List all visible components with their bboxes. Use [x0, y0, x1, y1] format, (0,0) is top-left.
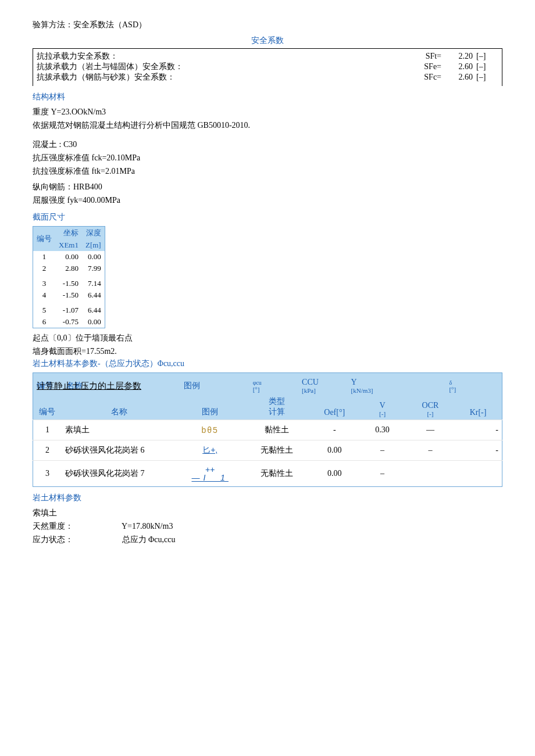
safety-val: 2.60	[444, 73, 473, 82]
soil-params-title: 岩土材料参数	[33, 493, 502, 503]
table-row: 3-1.507.14	[33, 278, 105, 289]
cell: 0.00	[311, 461, 358, 487]
th: 编号	[33, 394, 62, 420]
thu: [-]	[410, 410, 451, 417]
struct-line: 屈服强度 fyk=400.00MPa	[33, 194, 502, 206]
struct-line: 依据规范对钢筋混凝土结构进行分析中国规范 GB50010-2010.	[33, 119, 502, 131]
safety-val: 2.60	[444, 62, 473, 71]
th: 名称	[62, 394, 177, 420]
soil-basic-title: 岩土材料基本参数-（总应力状态）Φcu,ccu	[33, 359, 502, 369]
soil-caption: 计算静止土压力的土层参数	[37, 381, 141, 392]
safety-label: 抗拔承载力（钢筋与砂浆）安全系数：	[37, 72, 411, 83]
cell: 无黏性土	[244, 440, 311, 461]
bar-h: CCU	[302, 378, 351, 387]
struct-line: 混凝土 : C30	[33, 138, 502, 151]
cell: 5	[33, 304, 56, 316]
label: 应力状态：	[33, 533, 120, 546]
th: 类型	[247, 396, 307, 407]
table-row: 22.807.99	[33, 263, 105, 274]
cell: 2	[33, 440, 62, 461]
safety-row: 抗拉承载力安全系数： SFt= 2.20 [–]	[37, 51, 498, 62]
cell: 6	[33, 316, 56, 328]
safety-title: 安全系数	[33, 35, 502, 46]
cell: 黏性土	[244, 420, 311, 440]
safety-label: 抗拉承载力安全系数：	[37, 51, 411, 62]
cell	[406, 461, 454, 487]
safety-val: 2.20	[444, 52, 473, 61]
cell: 7.14	[82, 278, 105, 289]
struct-line: 抗拉强度标准值 ftk=2.01MPa	[33, 165, 502, 177]
cell: -0.75	[55, 316, 82, 328]
cell: –	[358, 461, 406, 487]
th-zunit: Z[m]	[82, 239, 105, 251]
cell: -1.50	[55, 278, 82, 289]
cell: -1.50	[55, 289, 82, 301]
cell: 0.00	[82, 316, 105, 328]
cell: –	[358, 440, 406, 461]
cell: 素填土	[62, 420, 177, 440]
struct-line: 纵向钢筋：HRB400	[33, 181, 502, 193]
cell: 1	[33, 251, 56, 263]
cell: 3	[33, 461, 62, 487]
table-row: 2 砂砾状强风化花岗岩 6 匕+, 无黏性土 0.00 – – -	[33, 440, 502, 461]
safety-sym: SFt=	[411, 52, 444, 61]
cross-note: 起点〔0,0〕位于墙顶最右点	[33, 332, 502, 344]
th-coord: 坐标	[55, 227, 82, 240]
cell: 0.00	[55, 251, 82, 263]
cell	[454, 461, 502, 487]
value: Y=17.80kN/m3	[122, 522, 173, 531]
safety-row: 抗拔承载力（钢筋与砂浆）安全系数： SFc= 2.60 [–]	[37, 72, 498, 83]
soil-basic-bar: 编号 名称 图例 φcu[°] CCU[kPa] Y[kN/m3] δ[°] 计…	[33, 372, 502, 394]
safety-unit: [–]	[473, 62, 498, 71]
soil-pattern-icon: bθ5	[177, 420, 244, 440]
struct-line: 重度 Y=23.OOkN/m3	[33, 106, 502, 118]
bar-h: Y	[351, 378, 400, 387]
cell: 0.30	[358, 420, 406, 440]
thu: [-]	[362, 410, 402, 417]
safety-row: 抗拔承载力（岩土与锚固体）安全系数： SFe= 2.60 [–]	[37, 62, 498, 72]
cell: 无黏性土	[244, 461, 311, 487]
safety-unit: [–]	[473, 73, 498, 82]
cell: 0.00	[311, 440, 358, 461]
th-xunit: XEm1	[55, 239, 82, 251]
value: 总应力 Φcu,ccu	[122, 535, 176, 544]
bar-h: 图例	[184, 378, 252, 394]
safety-box: 抗拉承载力安全系数： SFt= 2.20 [–] 抗拔承载力（岩土与锚固体）安全…	[33, 48, 502, 86]
struct-line: 抗压强度标准值 fck=20.10MPa	[33, 152, 502, 164]
label: 天然重度：	[33, 520, 120, 532]
cross-note: 墙身截面面积=17.55m2.	[33, 345, 502, 357]
table-row: 6-0.750.00	[33, 316, 105, 328]
th: V	[362, 401, 402, 410]
safety-label: 抗拔承载力（岩土与锚固体）安全系数：	[37, 62, 411, 72]
soil-param-row: 天然重度： Y=17.80kN/m3	[33, 520, 502, 532]
cell: —	[406, 420, 454, 440]
bar-u: [°]	[253, 386, 302, 393]
table-row: 4-1.506.44	[33, 289, 105, 301]
table-row: 3 砂砾状强风化花岗岩 7 ++—I 1 无黏性土 0.00 –	[33, 461, 502, 487]
soil-name: 索填土	[33, 507, 502, 519]
th: OCR	[410, 401, 451, 410]
th-depth: 深度	[82, 227, 105, 240]
th: Oef[°]	[311, 394, 358, 420]
verify-method: 验算方法：安全系数法（ASD）	[33, 19, 502, 31]
safety-sym: SFe=	[411, 62, 444, 71]
bar-h: δ	[449, 379, 498, 386]
cell: 1	[33, 420, 62, 440]
cell: –	[406, 440, 454, 461]
bar-h: φcu	[253, 379, 302, 386]
cell: 4	[33, 289, 56, 301]
bar-u: [kN/m3]	[351, 387, 400, 394]
cell: 2.80	[55, 263, 82, 274]
cell: 6.44	[82, 304, 105, 316]
cell: -	[454, 440, 502, 461]
cell: 2	[33, 263, 56, 274]
cell: -	[454, 420, 502, 440]
soil-pattern-icon: ++—I 1	[177, 461, 244, 487]
struct-title: 结构材料	[33, 92, 502, 102]
soil-param-row: 应力状态： 总应力 Φcu,ccu	[33, 533, 502, 546]
cell: -	[311, 420, 358, 440]
soil-pattern-icon: 匕+,	[177, 440, 244, 461]
cross-table: 编号 坐标 深度 XEm1 Z[m] 10.000.00 22.807.99 3…	[33, 226, 105, 328]
cell: -1.07	[55, 304, 82, 316]
th: Kr[-]	[454, 394, 502, 420]
